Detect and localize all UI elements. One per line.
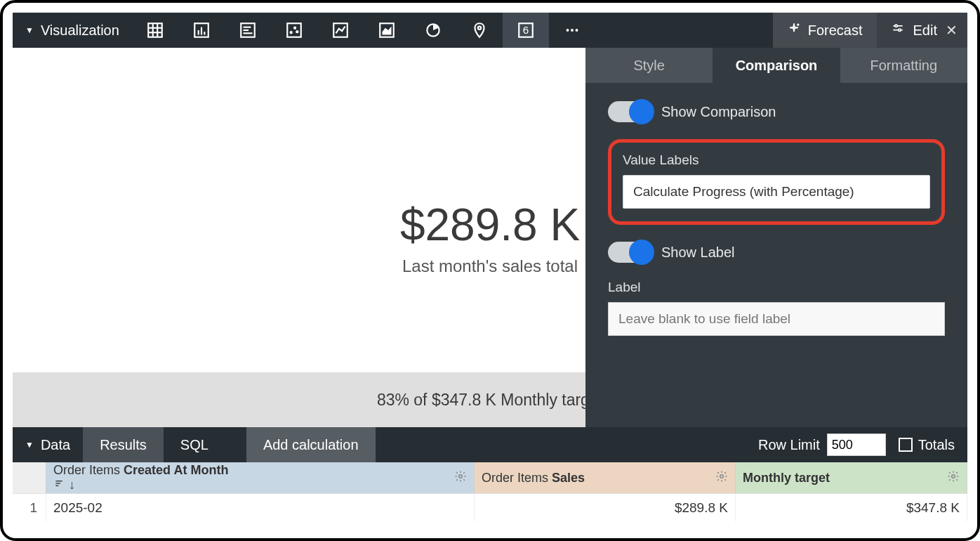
table-header-row: Order Items Created At Month ↓ Order Ite…	[13, 462, 967, 493]
show-comparison-label: Show Comparison	[661, 104, 776, 120]
tab-style[interactable]: Style	[585, 48, 713, 83]
single-value-subtitle: Last month's sales total	[402, 256, 578, 276]
svg-point-35	[459, 474, 463, 478]
chevron-down-icon: ▼	[25, 25, 34, 35]
show-comparison-toggle[interactable]	[608, 101, 653, 122]
svg-marker-19	[382, 27, 391, 35]
svg-point-26	[575, 29, 578, 32]
visualization-toggle[interactable]: ▼ Visualization	[13, 13, 132, 48]
show-label-label: Show Label	[661, 245, 735, 261]
area-chart-icon[interactable]	[364, 13, 410, 48]
data-toolbar: ▼ Data Results SQL Add calculation Row L…	[13, 427, 967, 462]
chevron-down-icon: ▼	[25, 440, 34, 450]
totals-label: Totals	[918, 437, 955, 453]
show-label-toggle[interactable]	[608, 242, 653, 263]
bar-chart-icon[interactable]	[225, 13, 271, 48]
table-chart-icon[interactable]	[132, 13, 178, 48]
svg-text:6: 6	[523, 24, 529, 36]
svg-point-37	[952, 474, 955, 478]
sort-group-icon	[53, 478, 65, 493]
sliders-icon	[891, 22, 905, 39]
forecast-button[interactable]: Forecast	[773, 13, 877, 48]
svg-point-21	[478, 27, 481, 30]
map-chart-icon[interactable]	[456, 13, 503, 48]
svg-rect-13	[287, 23, 301, 37]
totals-checkbox[interactable]	[899, 438, 913, 452]
more-viz-icon[interactable]	[549, 13, 595, 48]
row-number-header	[13, 462, 46, 493]
value-labels-select[interactable]: Calculate Progress (with Percentage)	[623, 175, 930, 209]
svg-point-25	[571, 29, 574, 32]
scatter-chart-icon[interactable]	[271, 13, 317, 48]
sql-tab[interactable]: SQL	[164, 427, 225, 462]
single-value-display: $289.8 K	[400, 199, 580, 251]
sort-down-icon: ↓	[69, 478, 75, 493]
gear-icon[interactable]	[454, 470, 467, 486]
data-toggle[interactable]: ▼ Data	[13, 427, 83, 462]
edit-label: Edit	[913, 22, 937, 39]
close-icon[interactable]: ✕	[946, 22, 958, 39]
sparkle-icon	[787, 22, 801, 39]
gear-icon[interactable]	[715, 470, 728, 486]
visualization-label: Visualization	[41, 22, 119, 39]
svg-rect-0	[148, 23, 162, 37]
edit-toggle[interactable]: Edit ✕	[877, 13, 967, 48]
pie-chart-icon[interactable]	[410, 13, 456, 48]
column-chart-icon[interactable]	[178, 13, 225, 48]
results-tab[interactable]: Results	[83, 427, 164, 462]
forecast-label: Forecast	[808, 22, 863, 39]
svg-point-24	[566, 29, 569, 32]
svg-point-15	[294, 27, 296, 29]
tab-comparison[interactable]: Comparison	[713, 48, 840, 83]
main-area: $289.8 K Last month's sales total 83% of…	[13, 48, 967, 427]
data-table: Order Items Created At Month ↓ Order Ite…	[13, 462, 967, 521]
svg-point-36	[720, 474, 724, 478]
row-limit-label: Row Limit	[758, 437, 820, 453]
single-value-icon[interactable]: 6	[503, 13, 549, 48]
label-section-label: Label	[608, 280, 945, 295]
column-header-monthly-target[interactable]: Monthly target	[736, 462, 967, 493]
svg-point-29	[894, 25, 896, 27]
cell-monthly-target: $347.8 K	[736, 494, 967, 521]
value-labels-label: Value Labels	[623, 152, 930, 168]
row-limit-input[interactable]	[827, 434, 886, 456]
add-calculation-button[interactable]: Add calculation	[246, 427, 376, 462]
svg-point-14	[290, 32, 291, 33]
edit-panel: Style Comparison Formatting Show Compari…	[585, 48, 967, 427]
tab-formatting[interactable]: Formatting	[840, 48, 967, 83]
column-header-created-at[interactable]: Order Items Created At Month ↓	[46, 462, 475, 493]
column-header-sales[interactable]: Order Items Sales	[475, 462, 736, 493]
svg-point-31	[898, 29, 900, 31]
cell-sales: $289.8 K	[475, 494, 736, 521]
label-input[interactable]	[608, 302, 945, 336]
value-labels-highlight: Value Labels Calculate Progress (with Pe…	[608, 139, 945, 225]
row-number: 1	[13, 494, 46, 521]
gear-icon[interactable]	[947, 470, 960, 486]
svg-point-27	[797, 24, 799, 25]
visualization-toolbar: ▼ Visualization	[13, 13, 967, 48]
table-row: 1 2025-02 $289.8 K $347.8 K	[13, 493, 967, 521]
cell-created-at: 2025-02	[46, 494, 475, 521]
svg-point-16	[296, 31, 298, 32]
edit-panel-tabs: Style Comparison Formatting	[585, 48, 967, 83]
data-label: Data	[41, 437, 70, 453]
line-chart-icon[interactable]	[317, 13, 364, 48]
visualization-type-icons: 6	[132, 13, 595, 48]
